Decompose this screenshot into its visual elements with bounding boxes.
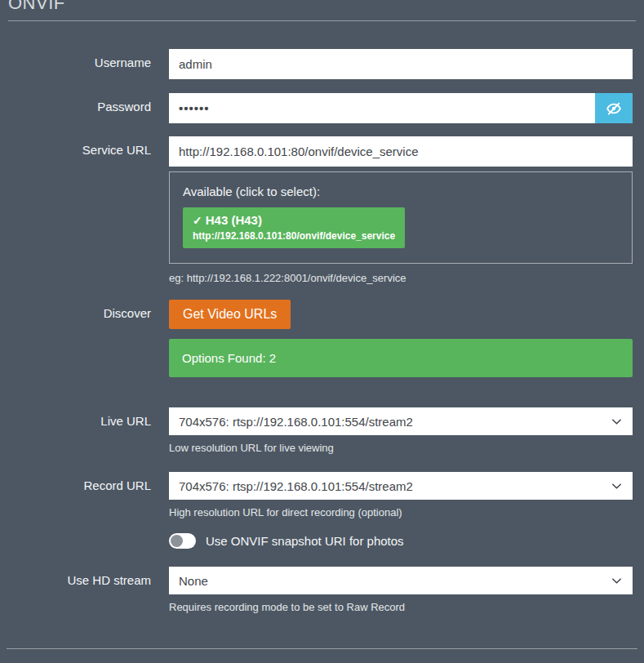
password-label: Password [0, 93, 169, 123]
snapshot-toggle-label: Use ONVIF snapshot URI for photos [206, 534, 404, 548]
snapshot-toggle-row: Use ONVIF snapshot URI for photos [0, 533, 633, 549]
page-title: ONVIF [8, 0, 644, 14]
onvif-form: Username Password [0, 21, 644, 613]
get-video-urls-button[interactable]: Get Video URLs [169, 300, 291, 329]
hd-stream-row: Use HD stream None Requires recording mo… [0, 567, 633, 613]
username-row: Username [0, 49, 633, 79]
live-url-select[interactable]: 704x576: rtsp://192.168.0.101:554/stream… [169, 407, 633, 435]
service-url-input[interactable] [169, 136, 633, 167]
service-url-row: Service URL Available (click to select):… [0, 136, 633, 284]
password-row: Password [0, 93, 633, 123]
live-url-label: Live URL [0, 407, 169, 454]
live-url-row: Live URL 704x576: rtsp://192.168.0.101:5… [0, 407, 633, 454]
hd-stream-selected-value: None [179, 574, 611, 588]
available-service-option[interactable]: ✓ H43 (H43) http://192.168.0.101:80/onvi… [183, 207, 405, 248]
record-url-row: Record URL 704x576: rtsp://192.168.0.101… [0, 472, 633, 518]
hd-stream-label: Use HD stream [0, 567, 169, 613]
eye-slash-icon [606, 100, 622, 117]
available-service-url: http://192.168.0.101:80/onvif/device_ser… [193, 230, 395, 242]
username-label: Username [0, 49, 169, 79]
username-input[interactable] [169, 49, 633, 79]
snapshot-toggle-spacer [0, 533, 169, 549]
live-url-hint: Low resolution URL for live viewing [169, 442, 633, 454]
chevron-down-icon [611, 480, 623, 492]
toggle-knob [171, 535, 183, 547]
discover-label: Discover [0, 300, 169, 377]
hd-stream-select[interactable]: None [169, 567, 633, 594]
available-service-name: H43 (H43) [206, 213, 262, 227]
record-url-label: Record URL [0, 472, 169, 518]
available-services-box: Available (click to select): ✓ H43 (H43)… [169, 171, 633, 264]
live-url-selected-value: 704x576: rtsp://192.168.0.101:554/stream… [179, 415, 611, 429]
service-url-hint: eg: http://192.168.1.222:8001/onvif/devi… [169, 272, 633, 284]
onvif-settings-panel: ONVIF Username Password [0, 0, 644, 656]
chevron-down-icon [611, 416, 623, 428]
toggle-password-visibility-button[interactable] [595, 93, 633, 123]
bottom-divider [7, 648, 637, 649]
options-found-alert: Options Found: 2 [169, 339, 633, 377]
available-services-title: Available (click to select): [183, 185, 619, 198]
record-url-selected-value: 704x576: rtsp://192.168.0.101:554/stream… [179, 479, 611, 493]
snapshot-uri-toggle[interactable] [169, 533, 196, 549]
service-url-label: Service URL [0, 136, 169, 284]
record-url-hint: High resolution URL for direct recording… [169, 506, 633, 518]
discover-row: Discover Get Video URLs Options Found: 2 [0, 300, 633, 377]
check-icon: ✓ [193, 215, 202, 226]
chevron-down-icon [611, 575, 623, 587]
hd-stream-hint: Requires recording mode to be set to Raw… [169, 601, 633, 613]
password-input[interactable] [169, 93, 595, 123]
record-url-select[interactable]: 704x576: rtsp://192.168.0.101:554/stream… [169, 472, 633, 500]
